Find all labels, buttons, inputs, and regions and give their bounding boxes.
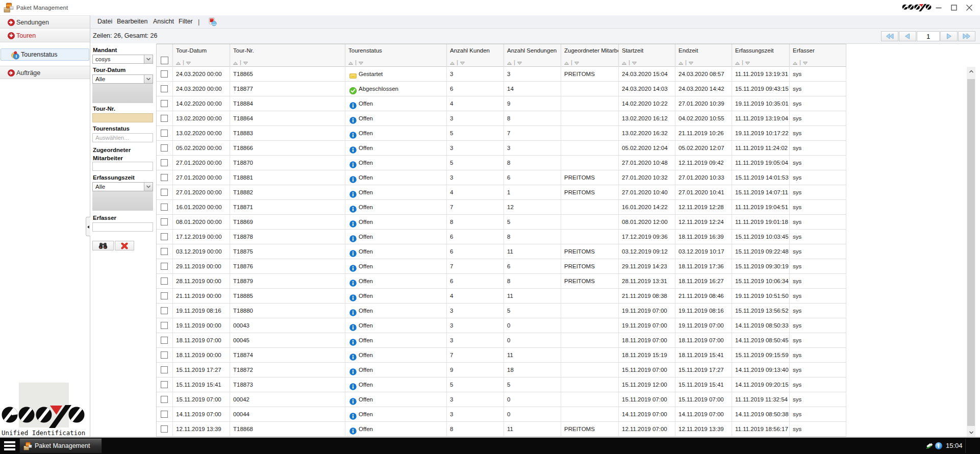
menu-bearbeiten[interactable]: Bearbeiten bbox=[117, 15, 147, 28]
sort-ascending-icon[interactable] bbox=[622, 58, 626, 67]
search-button[interactable] bbox=[92, 241, 114, 250]
row-checkbox[interactable] bbox=[161, 130, 168, 137]
menu-filter[interactable]: Filter bbox=[179, 15, 193, 28]
menu-datei[interactable]: Datei bbox=[97, 15, 112, 28]
row-checkbox[interactable] bbox=[161, 322, 168, 329]
sort-descending-icon[interactable] bbox=[803, 58, 808, 67]
table-row[interactable]: 24.03.2020 00:00T18865 Gestartet33PREITO… bbox=[157, 67, 846, 82]
chevron-down-icon[interactable] bbox=[144, 55, 153, 63]
table-row[interactable]: 13.02.2020 00:00T18883 Offen5713.02.2020… bbox=[157, 126, 846, 141]
scrollbar-thumb[interactable] bbox=[967, 79, 975, 426]
sort-descending-icon[interactable] bbox=[243, 58, 248, 67]
table-row[interactable]: 28.11.2019 00:00T18879 Offen68PREITOMS28… bbox=[157, 274, 846, 289]
sort-descending-icon[interactable] bbox=[745, 58, 750, 67]
zugeordneter-mitarbeiter-input[interactable] bbox=[92, 162, 153, 171]
table-row[interactable]: 27.01.2020 00:00T18882 Offen41PREITOMS27… bbox=[157, 185, 846, 200]
usb-tray-icon[interactable] bbox=[925, 442, 934, 450]
sort-controls[interactable]: | bbox=[176, 58, 191, 67]
row-checkbox[interactable] bbox=[161, 396, 168, 403]
sort-descending-icon[interactable] bbox=[517, 58, 522, 67]
table-row[interactable]: 29.11.2019 00:00T18876 Offen76PREITOMS29… bbox=[157, 259, 846, 274]
sort-descending-icon[interactable] bbox=[689, 58, 693, 67]
sort-ascending-icon[interactable] bbox=[793, 58, 797, 67]
menu-ansicht[interactable]: Ansicht bbox=[153, 15, 174, 28]
table-row[interactable]: 16.01.2020 00:00T18871 Offen71216.01.202… bbox=[157, 200, 846, 215]
sort-descending-icon[interactable] bbox=[186, 58, 191, 67]
table-row[interactable]: 21.11.2019 00:00T18885 Offen41121.11.201… bbox=[157, 289, 846, 304]
tour-nr-input[interactable] bbox=[92, 113, 153, 122]
table-row[interactable]: 27.01.2020 00:00T18881 Offen36PREITOMS27… bbox=[157, 170, 846, 185]
table-row[interactable]: 14.11.2019 07:0000044 Offen3014.11.2019 … bbox=[157, 407, 846, 422]
table-row[interactable]: 19.11.2019 00:0000043 Offen3019.11.2019 … bbox=[157, 318, 846, 333]
erfassungszeit-select[interactable]: Alle bbox=[92, 182, 153, 191]
table-row[interactable]: 18.11.2019 00:00T18874 Offen71118.11.201… bbox=[157, 348, 846, 363]
previous-page-button[interactable] bbox=[899, 31, 916, 41]
next-page-button[interactable] bbox=[940, 31, 958, 41]
table-row[interactable]: 24.03.2020 00:00T18877 Abgeschlossen6142… bbox=[157, 82, 846, 96]
sort-ascending-icon[interactable] bbox=[564, 58, 569, 67]
row-checkbox[interactable] bbox=[161, 100, 168, 107]
clock[interactable]: 15:04 bbox=[946, 438, 963, 454]
sort-ascending-icon[interactable] bbox=[735, 58, 740, 67]
sidebar-item-touren[interactable]: Touren bbox=[0, 29, 90, 42]
tour-datum-select[interactable]: Alle bbox=[92, 74, 153, 84]
row-checkbox[interactable] bbox=[161, 337, 168, 344]
tourenstatus-input[interactable]: Auswählen... bbox=[92, 133, 153, 142]
maximize-button[interactable] bbox=[947, 0, 961, 15]
table-row[interactable]: 13.02.2020 00:00T18864 Offen3813.02.2020… bbox=[157, 111, 846, 126]
sort-controls[interactable]: | bbox=[507, 58, 522, 67]
row-checkbox[interactable] bbox=[161, 381, 168, 388]
table-row[interactable]: 15.11.2019 07:0000042 Offen3015.11.2019 … bbox=[157, 392, 846, 407]
table-row[interactable]: 03.12.2019 00:00T18875 Offen611PREITOMS0… bbox=[157, 244, 846, 259]
sort-controls[interactable]: | bbox=[348, 58, 363, 67]
sort-controls[interactable]: | bbox=[793, 58, 808, 67]
table-row[interactable]: 17.12.2019 00:00T18878 Offen6817.12.2019… bbox=[157, 230, 846, 244]
table-row[interactable]: 14.02.2020 00:00T18884 Offen4914.02.2020… bbox=[157, 96, 846, 111]
row-checkbox[interactable] bbox=[161, 159, 168, 166]
row-checkbox[interactable] bbox=[161, 144, 168, 152]
mandant-select[interactable]: cosys bbox=[92, 55, 153, 64]
sort-ascending-icon[interactable] bbox=[233, 58, 238, 67]
select-all-checkbox[interactable] bbox=[161, 57, 168, 64]
close-button[interactable] bbox=[963, 0, 976, 15]
row-checkbox[interactable] bbox=[161, 411, 168, 418]
sort-ascending-icon[interactable] bbox=[507, 58, 512, 67]
sort-descending-icon[interactable] bbox=[359, 58, 363, 67]
row-checkbox[interactable] bbox=[161, 204, 168, 211]
chevron-down-icon[interactable] bbox=[144, 183, 153, 191]
sort-descending-icon[interactable] bbox=[460, 58, 465, 67]
erfasser-input[interactable] bbox=[92, 222, 153, 232]
first-page-button[interactable] bbox=[881, 31, 898, 41]
scroll-down-button[interactable] bbox=[967, 428, 975, 437]
row-checkbox[interactable] bbox=[161, 233, 168, 240]
last-page-button[interactable] bbox=[958, 31, 975, 41]
sort-controls[interactable]: | bbox=[564, 58, 579, 67]
sort-ascending-icon[interactable] bbox=[348, 58, 353, 67]
sort-controls[interactable]: | bbox=[233, 58, 248, 67]
start-menu-button[interactable] bbox=[4, 441, 16, 451]
table-row[interactable]: 08.01.2020 00:00T18869 Offen8508.01.2020… bbox=[157, 215, 846, 230]
row-checkbox[interactable] bbox=[161, 263, 168, 270]
sidebar-item-sendungen[interactable]: Sendungen bbox=[0, 15, 90, 29]
sort-controls[interactable]: | bbox=[679, 58, 693, 67]
sort-controls[interactable]: | bbox=[622, 58, 637, 67]
sort-descending-icon[interactable] bbox=[632, 58, 637, 67]
sort-controls[interactable]: | bbox=[735, 58, 750, 67]
sort-ascending-icon[interactable] bbox=[679, 58, 683, 67]
row-checkbox[interactable] bbox=[161, 278, 168, 285]
export-report-icon[interactable] bbox=[208, 17, 217, 26]
sidebar-item-auftraege[interactable]: Aufträge bbox=[0, 66, 90, 79]
row-checkbox[interactable] bbox=[161, 189, 168, 196]
row-checkbox[interactable] bbox=[161, 307, 168, 314]
row-checkbox[interactable] bbox=[161, 248, 168, 255]
scroll-up-button[interactable] bbox=[967, 67, 975, 75]
sidebar-item-tourenstatus-selected[interactable]: Tourenstatus bbox=[1, 48, 89, 61]
row-checkbox[interactable] bbox=[161, 351, 168, 359]
row-checkbox[interactable] bbox=[161, 115, 168, 122]
clear-filter-button[interactable] bbox=[115, 241, 134, 250]
sort-controls[interactable]: | bbox=[450, 58, 465, 67]
row-checkbox[interactable] bbox=[161, 366, 168, 373]
table-row[interactable]: 05.02.2020 00:00T18866 Offen3305.02.2020… bbox=[157, 141, 846, 156]
row-checkbox[interactable] bbox=[161, 85, 168, 92]
current-page-box[interactable]: 1 bbox=[917, 31, 940, 41]
